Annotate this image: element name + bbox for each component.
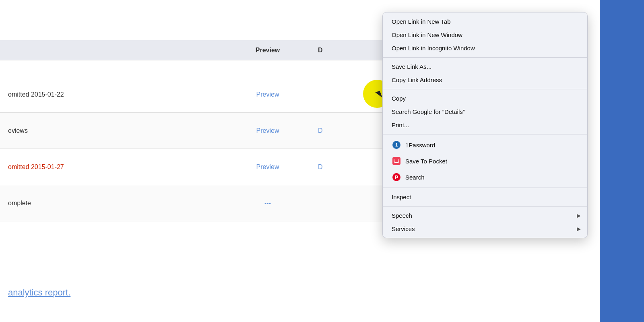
cell-name-3: omitted 2015-01-27 (0, 163, 217, 171)
menu-item-speech[interactable]: Speech ▶ (383, 209, 587, 222)
menu-item-open-new-window[interactable]: Open Link in New Window (383, 28, 587, 41)
right-sidebar-bar (600, 0, 644, 322)
menu-item-search-google[interactable]: Search Google for “Details” (383, 105, 587, 118)
cell-name-2: eviews (0, 127, 217, 134)
menu-item-inspect[interactable]: Inspect (383, 190, 587, 204)
menu-item-print[interactable]: Print... (383, 118, 587, 132)
menu-item-1password[interactable]: 1 1Password (383, 137, 587, 153)
cell-preview-3[interactable]: Preview (217, 163, 318, 171)
menu-item-services[interactable]: Services ▶ (383, 222, 587, 235)
menu-item-copy[interactable]: Copy (383, 92, 587, 105)
menu-item-save-to-pocket[interactable]: Save To Pocket (383, 153, 587, 169)
1password-icon: 1 (392, 140, 401, 150)
pinterest-icon: P (392, 172, 401, 182)
table-header: Preview D (0, 40, 386, 60)
cell-name-4: omplete (0, 200, 217, 207)
col-header-preview: Preview (217, 47, 318, 54)
cell-name-1: omitted 2015-01-22 (0, 91, 217, 98)
cell-d-2[interactable]: D (318, 127, 386, 134)
menu-item-copy-link-address[interactable]: Copy Link Address (383, 73, 587, 87)
menu-item-open-new-tab[interactable]: Open Link in New Tab (383, 15, 587, 28)
cell-preview-2[interactable]: Preview (217, 127, 318, 134)
table-row: eviews Preview D (0, 113, 386, 149)
context-menu-section-extensions: 1 1Password Save To Pocket P Search (383, 134, 587, 188)
menu-item-pinterest-search[interactable]: P Search (383, 169, 587, 185)
table-row: omplete --- (0, 185, 386, 221)
menu-item-open-incognito[interactable]: Open Link in Incognito Window (383, 41, 587, 55)
context-menu-section-open: Open Link in New Tab Open Link in New Wi… (383, 12, 587, 58)
context-menu-section-save: Save Link As... Copy Link Address (383, 58, 587, 89)
cell-preview-4: --- (217, 200, 318, 207)
col-header-details: D (318, 47, 386, 54)
table-row: omitted 2015-01-22 Preview (0, 76, 386, 113)
services-submenu-arrow: ▶ (577, 226, 581, 232)
menu-item-save-link-as[interactable]: Save Link As... (383, 60, 587, 73)
table-row: omitted 2015-01-27 Preview D (0, 149, 386, 185)
context-menu-section-system: Speech ▶ Services ▶ (383, 206, 587, 238)
cell-preview-1[interactable]: Preview (217, 91, 318, 98)
cursor-arrow-icon (375, 91, 382, 99)
context-menu: Open Link in New Tab Open Link in New Wi… (382, 12, 588, 238)
footer-analytics-link[interactable]: analytics report. (8, 287, 70, 298)
context-menu-section-edit: Copy Search Google for “Details” Print..… (383, 89, 587, 134)
cell-d-3[interactable]: D (318, 163, 386, 171)
speech-submenu-arrow: ▶ (577, 213, 581, 219)
context-menu-section-inspect: Inspect (383, 188, 587, 206)
pocket-icon (392, 156, 401, 166)
